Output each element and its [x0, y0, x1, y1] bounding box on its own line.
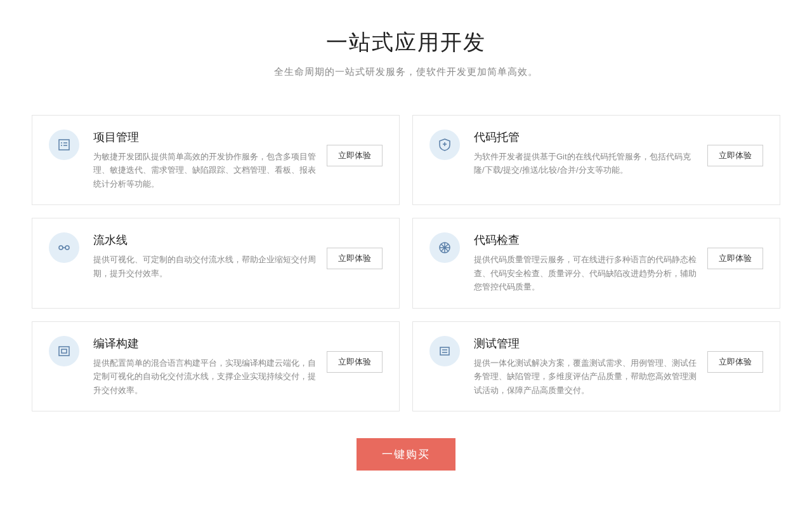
- card-title: 流水线: [93, 232, 318, 248]
- test-icon: [429, 336, 460, 366]
- card-desc: 提供可视化、可定制的自动交付流水线，帮助企业缩短交付周期，提升交付效率。: [93, 253, 318, 280]
- scan-icon: [429, 232, 460, 263]
- card-title: 编译构建: [93, 336, 318, 351]
- try-now-button[interactable]: 立即体验: [327, 351, 383, 373]
- try-now-button[interactable]: 立即体验: [707, 145, 763, 166]
- page-subtitle: 全生命周期的一站式研发服务，使软件开发更加简单高效。: [32, 66, 780, 78]
- feature-card-code-hosting: 代码托管 为软件开发者提供基于Git的在线代码托管服务，包括代码克隆/下载/提交…: [412, 115, 780, 205]
- svg-point-1: [65, 246, 69, 250]
- pipeline-icon: [49, 232, 79, 263]
- build-icon: [49, 336, 79, 366]
- try-now-button[interactable]: 立即体验: [707, 351, 763, 373]
- page-footer: 一键购买: [32, 438, 780, 471]
- feature-card-code-check: 代码检查 提供代码质量管理云服务，可在线进行多种语言的代码静态检查、代码安全检查…: [412, 218, 780, 308]
- list-icon: [49, 130, 79, 160]
- card-title: 代码检查: [474, 232, 698, 248]
- try-now-button[interactable]: 立即体验: [327, 145, 383, 166]
- card-title: 代码托管: [474, 130, 698, 145]
- feature-card-build: 编译构建 提供配置简单的混合语言构建平台，实现编译构建云端化，自定制可视化的自动…: [32, 321, 400, 411]
- card-desc: 提供一体化测试解决方案，覆盖测试需求、用例管理、测试任务管理、缺陷管理，多维度评…: [474, 356, 698, 397]
- card-title: 测试管理: [474, 336, 698, 351]
- feature-grid: 项目管理 为敏捷开发团队提供简单高效的开发协作服务，包含多项目管理、敏捷迭代、需…: [32, 115, 780, 411]
- feature-card-test-management: 测试管理 提供一体化测试解决方案，覆盖测试需求、用例管理、测试任务管理、缺陷管理…: [412, 321, 780, 411]
- feature-card-pipeline: 流水线 提供可视化、可定制的自动交付流水线，帮助企业缩短交付周期，提升交付效率。…: [32, 218, 400, 308]
- card-desc: 为软件开发者提供基于Git的在线代码托管服务，包括代码克隆/下载/提交/推送/比…: [474, 150, 698, 177]
- page-title: 一站式应用开发: [32, 28, 780, 57]
- try-now-button[interactable]: 立即体验: [707, 248, 763, 269]
- shield-icon: [429, 130, 460, 160]
- svg-point-0: [59, 246, 63, 250]
- try-now-button[interactable]: 立即体验: [327, 248, 383, 269]
- card-desc: 为敏捷开发团队提供简单高效的开发协作服务，包含多项目管理、敏捷迭代、需求管理、缺…: [93, 150, 318, 190]
- page-header: 一站式应用开发 全生命周期的一站式研发服务，使软件开发更加简单高效。: [32, 28, 780, 78]
- buy-now-button[interactable]: 一键购买: [357, 438, 455, 471]
- feature-card-project-management: 项目管理 为敏捷开发团队提供简单高效的开发协作服务，包含多项目管理、敏捷迭代、需…: [32, 115, 400, 205]
- card-desc: 提供配置简单的混合语言构建平台，实现编译构建云端化，自定制可视化的自动化交付流水…: [93, 356, 318, 397]
- card-title: 项目管理: [93, 130, 318, 145]
- card-desc: 提供代码质量管理云服务，可在线进行多种语言的代码静态检查、代码安全检查、质量评分…: [474, 253, 698, 293]
